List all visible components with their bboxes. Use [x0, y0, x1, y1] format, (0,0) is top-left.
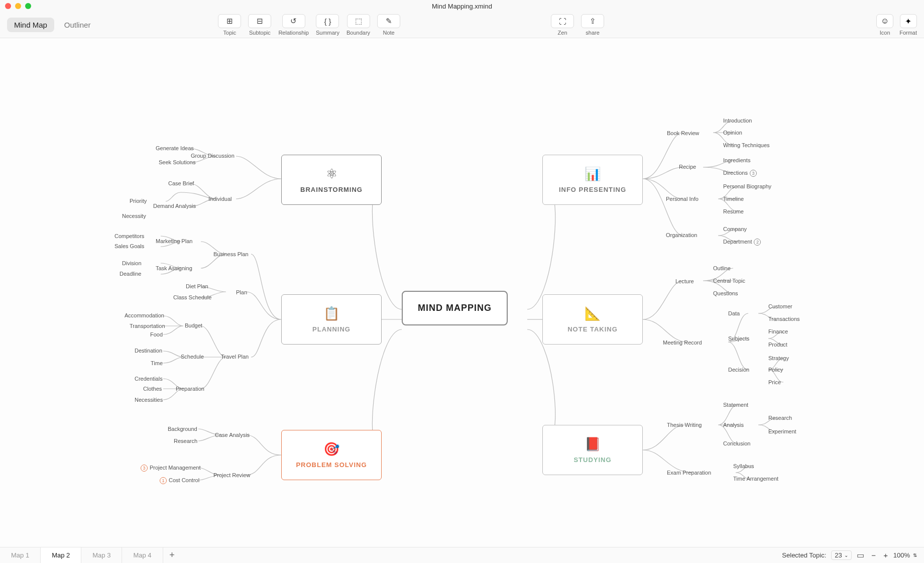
- node-cost-control[interactable]: 1Cost Control: [160, 477, 199, 484]
- node-time-arrangement[interactable]: Time Arrangement: [733, 476, 778, 482]
- node-seek-solutions[interactable]: Seek Solutions: [159, 159, 195, 165]
- node-analysis[interactable]: Analysis: [723, 422, 744, 428]
- branch-note-taking[interactable]: 📐 NOTE TAKING: [542, 294, 643, 345]
- node-research[interactable]: Research: [174, 438, 197, 444]
- node-travel-plan[interactable]: Travel Plan: [221, 354, 249, 360]
- branch-brainstorming[interactable]: ⚛ BRAINSTORMING: [281, 155, 382, 205]
- node-project-review[interactable]: Project Review: [213, 472, 250, 478]
- summary-button[interactable]: { }Summary: [316, 14, 339, 36]
- note-button[interactable]: ✎Note: [377, 14, 400, 36]
- selected-count-dropdown[interactable]: 23⌄: [831, 550, 851, 560]
- node-schedule[interactable]: Schedule: [181, 354, 204, 360]
- branch-planning[interactable]: 📋 PLANNING: [281, 294, 382, 345]
- node-credentials[interactable]: Credentials: [135, 376, 163, 382]
- node-statement[interactable]: Statement: [723, 402, 748, 408]
- node-division[interactable]: Division: [122, 260, 142, 266]
- node-case-analysis[interactable]: Case Analysis: [215, 432, 250, 438]
- node-lecture[interactable]: Lecture: [675, 278, 694, 284]
- node-clothes[interactable]: Clothes: [143, 386, 162, 392]
- add-sheet-button[interactable]: +: [163, 547, 181, 564]
- node-transportation[interactable]: Transportation: [130, 323, 165, 329]
- node-group-discussion[interactable]: Group Discussion: [191, 153, 235, 159]
- map-icon[interactable]: ▭: [857, 550, 864, 560]
- node-project-management[interactable]: 3Project Management: [141, 465, 201, 472]
- node-thesis-writing[interactable]: Thesis Writing: [667, 422, 702, 428]
- node-priority[interactable]: Priority: [130, 198, 147, 204]
- node-accommodation[interactable]: Accommodation: [125, 312, 164, 318]
- node-decision[interactable]: Decision: [728, 367, 749, 373]
- node-policy[interactable]: Policy: [768, 367, 783, 373]
- node-directions[interactable]: Directions3: [723, 170, 757, 177]
- close-icon[interactable]: [5, 3, 11, 9]
- sheet-tab-1[interactable]: Map 1: [0, 547, 41, 564]
- sheet-tab-3[interactable]: Map 3: [81, 547, 122, 564]
- node-time[interactable]: Time: [151, 360, 163, 366]
- tab-mindmap[interactable]: Mind Map: [7, 18, 54, 32]
- subtopic-button[interactable]: ⊟Subtopic: [248, 14, 271, 36]
- node-ingredients[interactable]: Ingredients: [723, 157, 750, 163]
- relationship-button[interactable]: ↺Relationship: [278, 14, 309, 36]
- node-organization[interactable]: Organization: [666, 232, 697, 238]
- topic-button[interactable]: ⊞Topic: [218, 14, 241, 36]
- node-timeline[interactable]: Timeline: [723, 196, 744, 202]
- node-necessities[interactable]: Necessities: [135, 397, 163, 403]
- node-product[interactable]: Product: [768, 342, 787, 348]
- boundary-button[interactable]: ⬚Boundary: [346, 14, 370, 36]
- node-subjects[interactable]: Subjects: [728, 335, 749, 342]
- share-button[interactable]: ⇪share: [581, 14, 604, 36]
- central-topic[interactable]: MIND MAPPING: [402, 291, 508, 325]
- node-marketing-plan[interactable]: Marketing Plan: [156, 238, 192, 244]
- node-opinion[interactable]: Opinion: [723, 130, 742, 136]
- node-destination[interactable]: Destination: [135, 348, 162, 354]
- node-exam-preparation[interactable]: Exam Preparation: [667, 470, 711, 476]
- node-questions[interactable]: Questions: [713, 290, 738, 296]
- node-writing-techniques[interactable]: Writing Techniques: [723, 142, 770, 148]
- minimize-icon[interactable]: [15, 3, 21, 9]
- node-conclusion[interactable]: Conclusion: [723, 440, 750, 446]
- node-preparation[interactable]: Preparation: [176, 386, 204, 392]
- node-background[interactable]: Background: [168, 426, 197, 432]
- node-book-review[interactable]: Book Review: [667, 130, 699, 136]
- node-department[interactable]: Department2: [723, 239, 761, 246]
- node-personal-info[interactable]: Personal Info: [666, 196, 699, 202]
- node-central-topic[interactable]: Central Topic: [713, 278, 745, 284]
- canvas[interactable]: MIND MAPPING ⚛ BRAINSTORMING Group Discu…: [0, 38, 924, 547]
- node-plan[interactable]: Plan: [236, 289, 247, 295]
- node-food[interactable]: Food: [150, 331, 163, 337]
- node-introduction[interactable]: Introduction: [723, 118, 752, 124]
- node-strategy[interactable]: Strategy: [768, 355, 789, 361]
- node-budget[interactable]: Budget: [185, 322, 202, 328]
- node-data[interactable]: Data: [728, 310, 740, 316]
- node-research2[interactable]: Research: [768, 415, 792, 421]
- node-business-plan[interactable]: Business Plan: [213, 251, 249, 257]
- node-experiment[interactable]: Experiment: [768, 428, 796, 434]
- tab-outliner[interactable]: Outliner: [57, 18, 98, 32]
- branch-studying[interactable]: 📕 STUDYING: [542, 425, 643, 475]
- maximize-icon[interactable]: [25, 3, 31, 9]
- node-case-brief[interactable]: Case Brief: [168, 180, 194, 186]
- branch-problem-solving[interactable]: 🎯 PROBLEM SOLVING: [281, 430, 382, 480]
- node-class-schedule[interactable]: Class Schedule: [173, 294, 211, 300]
- branch-info-presenting[interactable]: 📊 INFO PRESENTING: [542, 155, 643, 205]
- node-outline[interactable]: Outline: [713, 265, 731, 271]
- node-recipe[interactable]: Recipe: [679, 164, 696, 170]
- node-competitors[interactable]: Competitors: [114, 233, 144, 239]
- node-transactions[interactable]: Transactions: [768, 316, 800, 322]
- node-individual[interactable]: Individual: [208, 196, 232, 202]
- zen-button[interactable]: ⛶Zen: [551, 14, 574, 36]
- format-panel-button[interactable]: ✦Format: [899, 14, 917, 36]
- node-customer[interactable]: Customer: [768, 303, 792, 309]
- node-meeting-record[interactable]: Meeting Record: [663, 340, 702, 346]
- node-task-assigning[interactable]: Task Assigning: [156, 265, 192, 271]
- node-diet-plan[interactable]: Diet Plan: [186, 283, 208, 289]
- node-personal-biography[interactable]: Personal Biography: [723, 183, 771, 189]
- node-deadline[interactable]: Deadline: [120, 271, 141, 277]
- icon-panel-button[interactable]: ☺Icon: [876, 14, 893, 36]
- zoom-in-button[interactable]: +: [881, 551, 890, 560]
- node-necessity[interactable]: Necessity: [122, 213, 146, 219]
- node-sales-goals[interactable]: Sales Goals: [114, 243, 144, 249]
- node-generate-ideas[interactable]: Generate Ideas: [156, 145, 194, 151]
- zoom-stepper-icon[interactable]: ⇅: [913, 552, 917, 558]
- node-resume[interactable]: Resume: [723, 208, 744, 214]
- node-finance[interactable]: Finance: [768, 328, 788, 334]
